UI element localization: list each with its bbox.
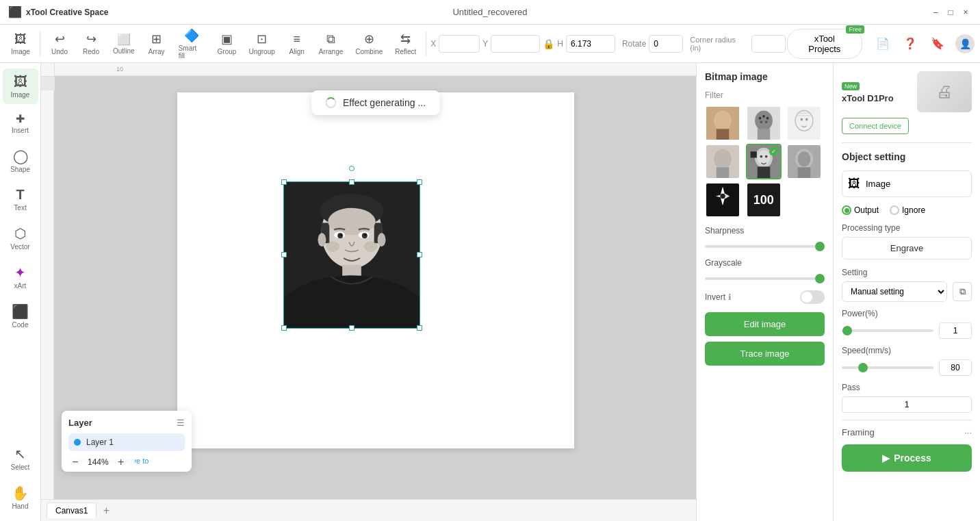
filter-100[interactable]: 100 100 (746, 182, 782, 218)
pass-input[interactable] (842, 396, 972, 413)
ignore-label: Ignore (902, 205, 925, 215)
sidebar-item-shape[interactable]: ◯ Shape (3, 142, 38, 179)
handle-top-right[interactable] (417, 179, 422, 185)
sidebar-item-xart[interactable]: ✦ xArt (3, 259, 38, 295)
process-button[interactable]: ▶ Process (842, 444, 972, 472)
power-input[interactable] (939, 322, 972, 339)
edit-image-button[interactable]: Edit image (705, 312, 825, 336)
sidebar-item-select[interactable]: ↖ Select (3, 440, 38, 476)
outline-button[interactable]: ⬜ Outline (107, 30, 140, 58)
avatar[interactable]: 👤 (955, 34, 975, 53)
maximize-button[interactable]: □ (944, 6, 957, 18)
speed-slider[interactable] (842, 366, 933, 369)
smart-fill-button[interactable]: 🔷 Smart fill (173, 25, 211, 62)
layer-options-icon[interactable]: ☰ (177, 418, 185, 428)
filter-normal[interactable] (705, 105, 740, 141)
sidebar-item-image[interactable]: 🖼 Image (3, 68, 38, 104)
svg-point-36 (765, 120, 768, 123)
device-header: New xTool D1Pro 🖨 (842, 71, 972, 112)
sharpness-slider[interactable] (705, 245, 825, 248)
setting-select[interactable]: Manual setting (842, 281, 947, 302)
filter-bw[interactable]: ✓ (746, 144, 782, 179)
bitmap-panel: Bitmap image Filter (696, 63, 833, 521)
filter-halftone-preview (747, 107, 780, 140)
filter-soft[interactable] (705, 144, 740, 179)
image-content (284, 182, 420, 328)
redo-button[interactable]: ↪ Redo (76, 29, 106, 58)
minimize-button[interactable]: – (929, 6, 942, 18)
setting-copy-button[interactable]: ⧉ (953, 282, 972, 301)
image-sidebar-icon: 🖼 (14, 74, 27, 90)
grayscale-slider[interactable] (705, 277, 825, 280)
image-type-row: 🖼 Image (842, 170, 972, 197)
filter-artistic[interactable] (705, 182, 740, 218)
connect-device-button[interactable]: Connect device (842, 118, 909, 134)
shape-sidebar-icon: ◯ (13, 148, 28, 164)
handle-top-mid[interactable] (349, 179, 354, 185)
reflect-button[interactable]: ⇆ Reflect (389, 29, 422, 58)
ungroup-button[interactable]: ⊡ Ungroup (243, 29, 280, 58)
sidebar-item-vector[interactable]: ⬡ Vector (3, 220, 38, 256)
outline-icon: ⬜ (117, 33, 131, 46)
handle-mid-left[interactable] (281, 252, 287, 257)
layer-item-1[interactable]: Layer 1 (68, 433, 185, 451)
filter-sketch[interactable] (786, 105, 822, 141)
close-button[interactable]: × (959, 6, 972, 18)
filter-grid: ✓ (705, 105, 825, 218)
trace-image-button[interactable]: Trace image (705, 342, 825, 366)
image-tool-button[interactable]: 🖼 Image (5, 29, 36, 58)
redo-icon: ↪ (86, 31, 96, 47)
rotate-input[interactable] (649, 35, 683, 53)
invert-toggle[interactable] (800, 290, 825, 304)
output-radio[interactable]: Output (842, 205, 879, 215)
combine-button[interactable]: ⊕ Combine (350, 29, 388, 58)
selected-image[interactable] (283, 181, 420, 329)
handle-top-left[interactable] (281, 179, 287, 185)
zoom-in-button[interactable]: + (114, 455, 128, 469)
filter-halftone[interactable] (746, 105, 782, 141)
svg-point-56 (798, 151, 810, 166)
canvas-tab-1[interactable]: Canvas1 (47, 503, 96, 518)
zoom-out-button[interactable]: − (68, 455, 82, 469)
align-button[interactable]: ≡ Align (282, 29, 312, 58)
help-icon[interactable]: ❓ (901, 34, 920, 53)
x-input[interactable] (439, 35, 480, 53)
sidebar-item-hand[interactable]: ✋ Hand (3, 479, 38, 516)
handle-bot-right[interactable] (417, 325, 422, 331)
handle-mid-right[interactable] (417, 252, 422, 257)
undo-icon: ↩ (55, 31, 65, 47)
canvas-content[interactable]: Effect generating ... Layer ☰ Layer 1 Se… (55, 77, 696, 499)
handle-bot-mid[interactable] (349, 325, 354, 331)
ruler-vertical (41, 90, 55, 513)
undo-button[interactable]: ↩ Undo (44, 29, 75, 58)
xart-sidebar-label: xArt (14, 282, 27, 290)
handle-bot-left[interactable] (281, 325, 287, 331)
arrange-button[interactable]: ⧉ Arrange (313, 29, 349, 58)
xtool-projects-button[interactable]: Free xTool Projects (787, 29, 862, 59)
sidebar-item-code[interactable]: ⬛ Code (3, 298, 38, 334)
power-slider[interactable] (842, 329, 933, 332)
svg-point-14 (339, 233, 341, 236)
invert-toggle-knob (801, 292, 812, 303)
sidebar-item-insert[interactable]: ✚ Insert (3, 107, 38, 140)
group-button[interactable]: ▣ Group (211, 29, 242, 58)
y-input[interactable] (491, 35, 540, 53)
speed-input[interactable] (939, 359, 972, 376)
filter-emboss[interactable] (786, 144, 822, 179)
array-button[interactable]: ⊞ Array (142, 29, 172, 58)
rotate-handle[interactable] (349, 166, 354, 171)
corner-radius-input[interactable] (751, 35, 786, 53)
ignore-radio[interactable]: Ignore (890, 205, 925, 215)
file-name: Untitled_recovered (452, 7, 527, 17)
title-bar: ⬛ xTool Creative Space Untitled_recovere… (0, 0, 980, 25)
pass-row (842, 396, 972, 413)
bookmark-icon[interactable]: 🔖 (928, 34, 947, 53)
document-icon[interactable]: 📄 (873, 34, 892, 53)
add-canvas-tab-button[interactable]: + (99, 504, 113, 518)
framing-options-icon[interactable]: ··· (964, 427, 972, 437)
sidebar-item-text[interactable]: T Text (3, 181, 38, 217)
setting-row: Manual setting ⧉ (842, 281, 972, 302)
x-label: X (430, 39, 436, 49)
svg-rect-57 (798, 167, 810, 178)
h-input[interactable] (566, 35, 615, 53)
